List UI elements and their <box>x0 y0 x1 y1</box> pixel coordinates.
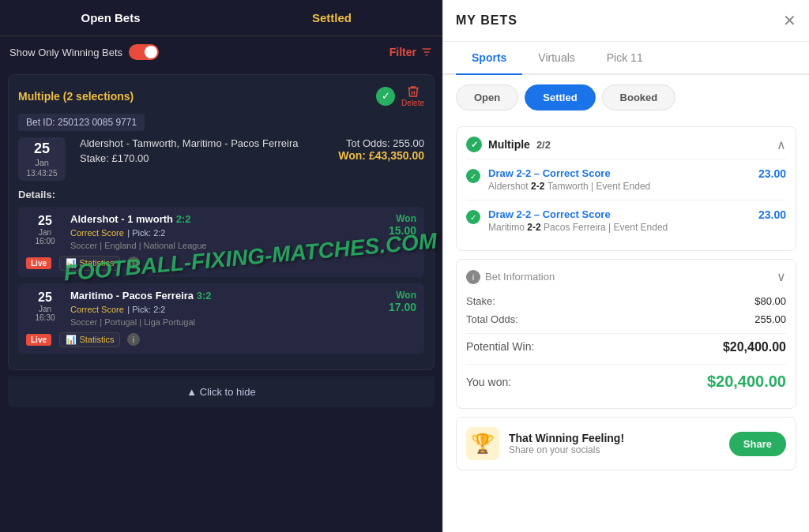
date-box: 25 Jan 13:43:25 <box>18 137 66 181</box>
odds-1: 15.00 <box>389 224 416 237</box>
bet-card: Multiple (2 selections) ✓ Delete Bet ID:… <box>8 74 435 370</box>
status-1: Won <box>389 213 416 224</box>
bet-card-header: Multiple (2 selections) ✓ Delete <box>18 84 424 107</box>
multiple-card: ✓ Multiple 2/2 ∧ ✓ Draw 2-2 – Correct Sc… <box>456 126 796 251</box>
close-button[interactable]: ✕ <box>783 11 796 30</box>
match-score-2: 3:2 <box>197 290 212 302</box>
match-detail-header-1: 25 Jan 16:00 Aldershot - 1 mworth 2:2 Co… <box>26 213 416 250</box>
potential-win-value: $20,400.00 <box>723 340 786 354</box>
right-header: MY BETS ✕ <box>443 0 809 42</box>
fraction: 2/2 <box>536 139 551 151</box>
multiple-label: ✓ Multiple 2/2 <box>466 137 551 152</box>
tab-settled[interactable]: Settled <box>221 0 442 36</box>
chevron-up-icon[interactable]: ∧ <box>777 137 786 152</box>
you-won-row: You won: $20,400.00 <box>466 364 786 399</box>
draw-match-1: Aldershot <box>488 181 529 192</box>
tab-virtuals[interactable]: Virtuals <box>522 42 590 75</box>
draw-odds-1: 23.00 <box>758 167 786 180</box>
tab-pick11[interactable]: Pick 11 <box>591 42 659 75</box>
stake-value: $80.00 <box>754 295 786 307</box>
bet-id-badge: Bet ID: 250123 0085 9771 <box>18 114 145 131</box>
toggle-label: Show Only Winning Bets <box>9 44 159 60</box>
subtab-open[interactable]: Open <box>456 84 518 111</box>
draw-item-2: ✓ Draw 2-2 – Correct Score Maritimo 2-2 … <box>466 200 786 241</box>
chevron-down-icon[interactable]: ∨ <box>777 269 786 284</box>
show-only-winning-label: Show Only Winning Bets <box>9 47 122 58</box>
match-date-box-2: 25 Jan 16:30 <box>26 290 64 327</box>
tot-odds: Tot Odds: 255.00 <box>338 137 424 149</box>
match-date-box-1: 25 Jan 16:00 <box>26 213 64 250</box>
won-amount: Won: £43,350.00 <box>338 149 424 162</box>
winning-text: That Winning Feeling! Share on your soci… <box>509 432 720 455</box>
stake-row: Stake: $80.00 <box>466 292 786 310</box>
winning-title: That Winning Feeling! <box>509 432 720 444</box>
green-check-icon: ✓ <box>466 137 482 152</box>
potential-win-row: Potential Win: $20,400.00 <box>466 333 786 361</box>
trophy-icon: 🏆 <box>466 427 499 460</box>
draw-check-2: ✓ <box>466 210 480 224</box>
match-detail-row: 25 Jan 16:00 Aldershot - 1 mworth 2:2 Co… <box>18 207 424 277</box>
match-detail-info-1: Aldershot - 1 mworth 2:2 Correct Score |… <box>70 213 207 250</box>
trash-icon <box>406 84 420 99</box>
tab-open-bets[interactable]: Open Bets <box>0 0 221 36</box>
check-circle-icon: ✓ <box>376 87 395 106</box>
match-score-1: 2:2 <box>176 213 191 225</box>
score-type-1: Correct Score <box>70 228 124 238</box>
live-badge-1: Live <box>26 257 51 269</box>
bet-main-info: 25 Jan 13:43:25 Aldershot - Tamworth, Ma… <box>18 137 424 181</box>
match-title-2: Maritimo - Pacos Ferreira <box>70 290 194 302</box>
filter-icon <box>420 46 433 58</box>
right-content: ✓ Multiple 2/2 ∧ ✓ Draw 2-2 – Correct Sc… <box>443 120 809 532</box>
league-2: Soccer | Portugal | Liga Portugal <box>70 317 211 327</box>
draw-item-1: ✓ Draw 2-2 – Correct Score Aldershot 2-2… <box>466 159 786 200</box>
stake-text: Stake: £170.00 <box>80 152 298 164</box>
bet-info-section: i Bet Information ∨ Stake: $80.00 Total … <box>456 259 796 409</box>
info-circle-icon: i <box>466 270 480 284</box>
sub-tabs: Open Settled Booked <box>443 75 809 120</box>
subtab-booked[interactable]: Booked <box>602 84 676 111</box>
filter-row: Show Only Winning Bets Filter <box>0 36 442 68</box>
draw-odds-2: 23.00 <box>758 208 786 221</box>
draw-match-2: Maritimo <box>488 222 525 233</box>
winning-subtitle: Share on your socials <box>509 444 720 455</box>
details-label: Details: <box>18 189 424 200</box>
you-won-amount: $20,400.00 <box>707 373 786 391</box>
stats-button-2[interactable]: 📊 Statistics <box>59 332 120 347</box>
score-type-2: Correct Score <box>70 305 124 314</box>
total-odds-value: 255.00 <box>754 313 786 325</box>
delete-button[interactable]: Delete <box>401 84 424 107</box>
live-badge-2: Live <box>26 334 51 346</box>
draw-info-2: Draw 2-2 – Correct Score Maritimo 2-2 Pa… <box>488 208 751 233</box>
share-button[interactable]: Share <box>729 432 786 456</box>
match-detail-info-2: Maritimo - Pacos Ferreira 3:2 Correct Sc… <box>70 290 211 327</box>
click-to-hide[interactable]: ▲ Click to hide <box>8 377 435 407</box>
match-title-1: Aldershot - 1 mworth <box>70 213 173 225</box>
total-odds-row: Total Odds: 255.00 <box>466 310 786 328</box>
stats-button-1[interactable]: 📊 Statistics <box>59 256 120 271</box>
draw-check-1: ✓ <box>466 169 480 183</box>
my-bets-title: MY BETS <box>456 13 517 28</box>
status-2: Won <box>389 290 416 301</box>
left-panel: Open Bets Settled Show Only Winning Bets… <box>0 0 442 532</box>
subtab-settled[interactable]: Settled <box>525 84 595 111</box>
right-tabs: Sports Virtuals Pick 11 <box>443 42 809 75</box>
tabs-header: Open Bets Settled <box>0 0 442 36</box>
match-info: Aldershot - Tamworth, Maritimo - Pacos F… <box>80 137 298 164</box>
match-detail-header-2: 25 Jan 16:30 Maritimo - Pacos Ferreira 3… <box>26 290 416 327</box>
header-right: ✓ Delete <box>376 84 424 107</box>
multiple-card-header: ✓ Multiple 2/2 ∧ <box>466 137 786 152</box>
info-icon-2[interactable]: i <box>127 333 140 346</box>
match-names: Aldershot - Tamworth, Maritimo - Pacos F… <box>80 137 298 149</box>
multiple-title: Multiple (2 selections) <box>18 90 134 103</box>
odds-2: 17.00 <box>389 301 416 313</box>
odds-won: Tot Odds: 255.00 Won: £43,350.00 <box>338 137 424 162</box>
right-panel: MY BETS ✕ Sports Virtuals Pick 11 Open S… <box>442 0 809 532</box>
info-icon-1[interactable]: i <box>127 257 140 269</box>
league-1: Soccer | England | National League <box>70 241 207 250</box>
match-detail-row-2: 25 Jan 16:30 Maritimo - Pacos Ferreira 3… <box>18 283 424 354</box>
tab-sports[interactable]: Sports <box>456 42 522 75</box>
filter-button[interactable]: Filter <box>389 46 433 58</box>
winning-feeling-card: 🏆 That Winning Feeling! Share on your so… <box>456 417 796 470</box>
info-header: i Bet Information ∨ <box>466 269 786 284</box>
winning-bets-toggle[interactable] <box>129 44 159 60</box>
